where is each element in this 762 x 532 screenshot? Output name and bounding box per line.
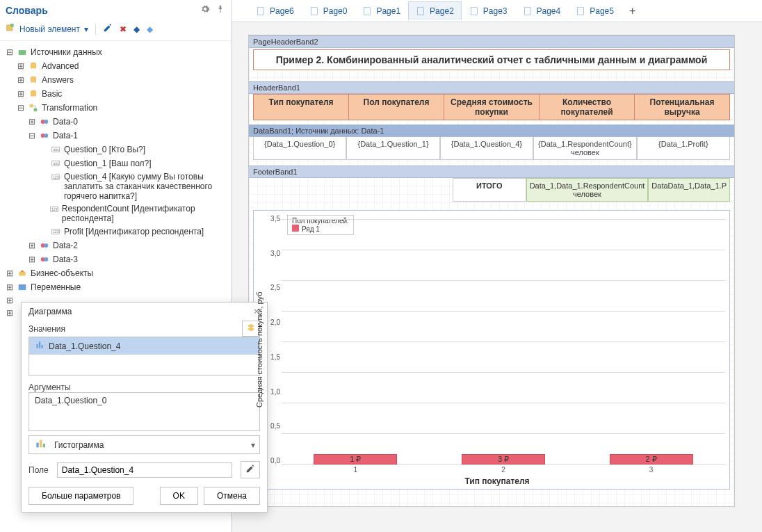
expand-icon[interactable]: ⊞ bbox=[28, 117, 36, 127]
arguments-listbox[interactable]: Data_1.Question_0 bbox=[29, 392, 260, 431]
tree-answers[interactable]: ⊞ Answers bbox=[1, 73, 231, 87]
tree-q4[interactable]: 123 Question_4 [Какую сумму Вы готовы за… bbox=[1, 170, 231, 202]
footer-cell[interactable]: DataData_1,Data_1.P bbox=[648, 178, 730, 202]
chart-x-axis-label: Тип покупателя bbox=[265, 474, 729, 489]
tree-data2[interactable]: ⊞ Data-2 bbox=[1, 239, 231, 252]
tree-label: Question_0 [Кто Вы?] bbox=[64, 145, 145, 154]
chart-component[interactable]: Средняя стоимость покупки, руб Пол покуп… bbox=[253, 210, 730, 490]
expand-icon[interactable]: ⊞ bbox=[6, 296, 14, 305]
value-list-item[interactable]: Data_1.Question_4 bbox=[29, 337, 259, 355]
svg-rect-31 bbox=[19, 284, 26, 290]
tree-q1[interactable]: abc Question_1 [Ваш пол?] bbox=[1, 156, 231, 170]
tab-page0[interactable]: Page0 bbox=[302, 1, 355, 20]
svg-rect-33 bbox=[39, 341, 40, 348]
tab-page2[interactable]: Page2 bbox=[408, 1, 462, 20]
bar-chart-icon bbox=[35, 340, 44, 352]
tree-business-objects[interactable]: ⊞ Бизнес-объекты bbox=[1, 266, 231, 280]
tree-variables[interactable]: ⊞ Переменные bbox=[1, 280, 231, 294]
transform-icon bbox=[28, 102, 39, 113]
svg-rect-44 bbox=[578, 8, 584, 15]
pin-icon[interactable] bbox=[216, 4, 225, 16]
header-cell[interactable]: Пол покупателя bbox=[349, 95, 444, 120]
header-cell[interactable]: Потенциальная выручка bbox=[635, 95, 729, 120]
svg-point-14 bbox=[44, 134, 48, 138]
collapse-icon[interactable]: ⊟ bbox=[17, 103, 25, 113]
tree-rc[interactable]: 123 RespondentCount [Идентификатор респо… bbox=[1, 202, 231, 225]
svg-text:123: 123 bbox=[51, 207, 58, 211]
chart-type-select[interactable]: Гистограмма ▾ bbox=[29, 435, 260, 454]
number-field-icon: 123 bbox=[49, 204, 59, 215]
footer-row[interactable]: ИТОГО Data_1,Data_1.RespondentCount чело… bbox=[253, 178, 730, 202]
report-title[interactable]: Пример 2. Комбинированный аналитический … bbox=[253, 49, 730, 70]
field-label: Поле bbox=[29, 465, 49, 475]
tree-profit[interactable]: 123 Profit [Идентификатор респондента] bbox=[1, 225, 231, 239]
expand-icon[interactable]: ⊞ bbox=[17, 75, 25, 85]
data-cell[interactable]: {Data_1.Profit} bbox=[637, 137, 730, 160]
data-cell[interactable]: {Data_1.RespondentCount} человек bbox=[533, 137, 637, 160]
svg-rect-38 bbox=[257, 8, 264, 15]
header-cell[interactable]: Количество покупателей bbox=[540, 95, 635, 120]
delete-icon[interactable]: ✖ bbox=[120, 24, 127, 34]
expand-icon[interactable]: ⊞ bbox=[17, 89, 25, 99]
add-page-tab[interactable]: + bbox=[622, 3, 643, 19]
new-element-button[interactable]: Новый элемент ▾ bbox=[6, 23, 88, 35]
x-tick: 1 bbox=[354, 466, 358, 474]
tree-q0[interactable]: abc Question_0 [Кто Вы?] bbox=[1, 143, 231, 156]
text-field-icon: abc bbox=[50, 158, 61, 169]
tree-sources[interactable]: ⊟ Источники данных bbox=[1, 45, 231, 59]
expand-icon[interactable]: ⊞ bbox=[17, 61, 25, 71]
tab-page1[interactable]: Page1 bbox=[355, 1, 408, 20]
tree-advanced[interactable]: ⊞ Advanced bbox=[1, 59, 231, 73]
expand-icon[interactable]: ⊞ bbox=[6, 308, 14, 318]
svg-rect-39 bbox=[311, 8, 317, 15]
footer-total-cell[interactable]: ИТОГО bbox=[453, 178, 526, 202]
tree-label: RespondentCount [Идентификатор респонден… bbox=[62, 204, 228, 223]
tree-data1[interactable]: ⊟ Data-1 bbox=[1, 129, 231, 143]
footer-cell[interactable]: Data_1,Data_1.RespondentCount человек bbox=[526, 178, 649, 202]
header-cell[interactable]: Тип покупателя bbox=[254, 95, 349, 120]
expand-icon[interactable]: ⊞ bbox=[6, 282, 14, 292]
tree-label: Question_4 [Какую сумму Вы готовы заплат… bbox=[64, 172, 228, 201]
svg-rect-6 bbox=[31, 78, 36, 83]
tab-page5[interactable]: Page5 bbox=[568, 1, 622, 20]
data-row[interactable]: {Data_1.Question_0}{Data_1.Question_1}{D… bbox=[253, 137, 730, 160]
gear-icon[interactable] bbox=[200, 4, 210, 16]
y-tick: 0,5 bbox=[266, 422, 280, 430]
data-cell[interactable]: {Data_1.Question_4} bbox=[440, 137, 533, 160]
expand-icon[interactable]: ⊞ bbox=[6, 268, 14, 278]
dataset-icon bbox=[39, 116, 50, 127]
svg-rect-2 bbox=[19, 50, 26, 55]
data-cell[interactable]: {Data_1.Question_1} bbox=[346, 137, 439, 160]
tree-transformation[interactable]: ⊟ Transformation bbox=[1, 101, 231, 115]
header-row[interactable]: Тип покупателяПол покупателяСредняя стои… bbox=[253, 94, 730, 120]
ok-button[interactable]: OK bbox=[160, 487, 198, 505]
more-parameters-button[interactable]: Больше параметров bbox=[29, 487, 133, 505]
tree-data0[interactable]: ⊞ Data-0 bbox=[1, 115, 231, 129]
design-canvas[interactable]: PageHeaderBand2 Пример 2. Комбинированны… bbox=[232, 22, 762, 532]
argument-item-text: Data_1.Question_0 bbox=[35, 396, 106, 405]
expand-icon[interactable]: ⊞ bbox=[28, 255, 36, 264]
collapse-icon[interactable]: ⊟ bbox=[6, 47, 14, 57]
tree-data3[interactable]: ⊞ Data-3 bbox=[1, 252, 231, 266]
tab-page3[interactable]: Page3 bbox=[462, 1, 515, 20]
tab-page4[interactable]: Page4 bbox=[515, 1, 569, 20]
field-input[interactable] bbox=[57, 462, 232, 478]
svg-rect-37 bbox=[43, 444, 45, 447]
chart-y-axis-label: Средняя стоимость покупки, руб bbox=[254, 211, 265, 489]
tree-label: Answers bbox=[42, 75, 74, 85]
values-listbox[interactable]: Data_1.Question_4 bbox=[29, 337, 260, 376]
expand-icon[interactable]: ⊞ bbox=[28, 241, 36, 250]
data-cell[interactable]: {Data_1.Question_0} bbox=[253, 137, 346, 160]
move-down-icon[interactable]: ◆ bbox=[147, 24, 153, 34]
argument-list-item[interactable]: Data_1.Question_0 bbox=[29, 393, 259, 408]
header-cell[interactable]: Средняя стоимость покупки bbox=[444, 95, 540, 120]
move-up-icon[interactable]: ◆ bbox=[133, 24, 140, 34]
report-page[interactable]: PageHeaderBand2 Пример 2. Комбинированны… bbox=[248, 35, 735, 507]
tree-label: Data-3 bbox=[53, 255, 78, 264]
tree-label: Data-2 bbox=[53, 241, 78, 250]
tree-basic[interactable]: ⊞ Basic bbox=[1, 87, 231, 101]
cancel-button[interactable]: Отмена bbox=[204, 487, 260, 505]
collapse-icon[interactable]: ⊟ bbox=[28, 131, 36, 140]
tab-page6[interactable]: Page6 bbox=[248, 1, 302, 20]
edit-icon[interactable] bbox=[103, 23, 113, 35]
